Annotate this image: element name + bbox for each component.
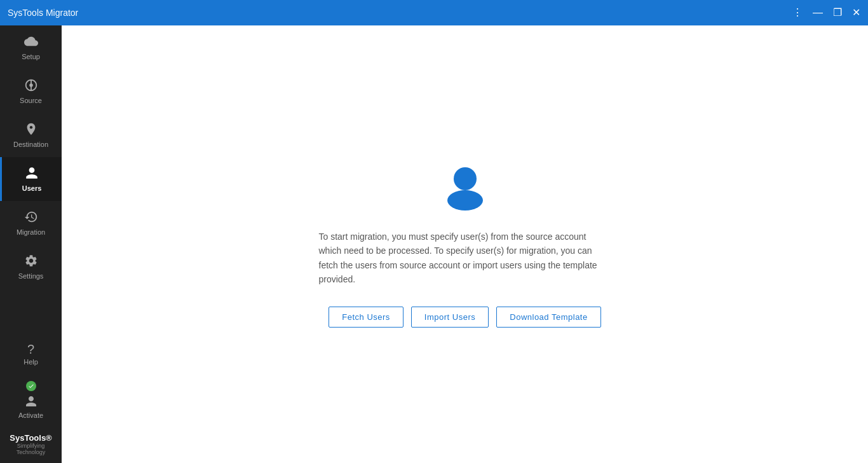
- sidebar-item-help-label: Help: [24, 358, 38, 366]
- sidebar-item-users-label: Users: [22, 184, 42, 192]
- person-icon: [25, 166, 39, 182]
- sidebar: Setup Source Destination: [0, 25, 62, 463]
- sidebar-item-activate[interactable]: Activate: [0, 372, 62, 425]
- minimize-icon[interactable]: —: [813, 8, 823, 18]
- brand-tagline: Simplifying Technology: [5, 443, 57, 455]
- activate-dot: [26, 381, 36, 391]
- brand: SysTools® Simplifying Technology: [0, 425, 62, 463]
- sidebar-item-activate-label: Activate: [18, 411, 43, 419]
- fetch-users-button[interactable]: Fetch Users: [329, 307, 403, 328]
- buttons-row: Fetch Users Import Users Download Templa…: [329, 307, 600, 328]
- source-icon: [24, 78, 38, 94]
- app-title: SysTools Migrator: [8, 8, 78, 18]
- main-content: To start migration, you must specify use…: [62, 25, 868, 463]
- maximize-icon[interactable]: ❐: [833, 8, 842, 18]
- sidebar-item-migration-label: Migration: [17, 228, 45, 236]
- download-template-button[interactable]: Download Template: [496, 307, 600, 328]
- sidebar-bottom: ? Help Activate: [0, 336, 62, 463]
- sidebar-item-setup-label: Setup: [22, 53, 40, 60]
- sidebar-item-source[interactable]: Source: [0, 69, 62, 113]
- sidebar-item-setup[interactable]: Setup: [0, 25, 62, 69]
- sidebar-item-destination-label: Destination: [13, 141, 48, 148]
- app-body: Setup Source Destination: [0, 25, 868, 463]
- user-icon-container: [440, 161, 491, 214]
- app-title-group: SysTools Migrator: [8, 8, 78, 18]
- brand-name: SysTools®: [5, 433, 57, 443]
- import-users-button[interactable]: Import Users: [411, 307, 489, 328]
- sidebar-item-migration[interactable]: Migration: [0, 201, 62, 245]
- user-large-icon: [440, 161, 491, 212]
- window-controls[interactable]: ⋮ — ❐ ✕: [792, 8, 860, 18]
- history-icon: [24, 210, 38, 226]
- description-text: To start migration, you must specify use…: [319, 230, 611, 287]
- sidebar-item-users[interactable]: Users: [0, 157, 62, 201]
- sidebar-item-settings-label: Settings: [18, 272, 44, 280]
- svg-point-2: [447, 190, 483, 211]
- menu-icon[interactable]: ⋮: [792, 8, 803, 18]
- sidebar-item-destination[interactable]: Destination: [0, 113, 62, 157]
- gear-icon: [24, 254, 38, 270]
- close-icon[interactable]: ✕: [852, 8, 860, 18]
- destination-icon: [24, 122, 38, 138]
- help-icon: ?: [27, 343, 34, 356]
- svg-point-1: [454, 167, 477, 190]
- sidebar-item-source-label: Source: [20, 97, 42, 104]
- title-bar: SysTools Migrator ⋮ — ❐ ✕: [0, 0, 868, 25]
- cloud-icon: [24, 34, 38, 50]
- sidebar-item-help[interactable]: ? Help: [0, 336, 62, 372]
- sidebar-item-settings[interactable]: Settings: [0, 245, 62, 289]
- activate-icon: [26, 378, 36, 391]
